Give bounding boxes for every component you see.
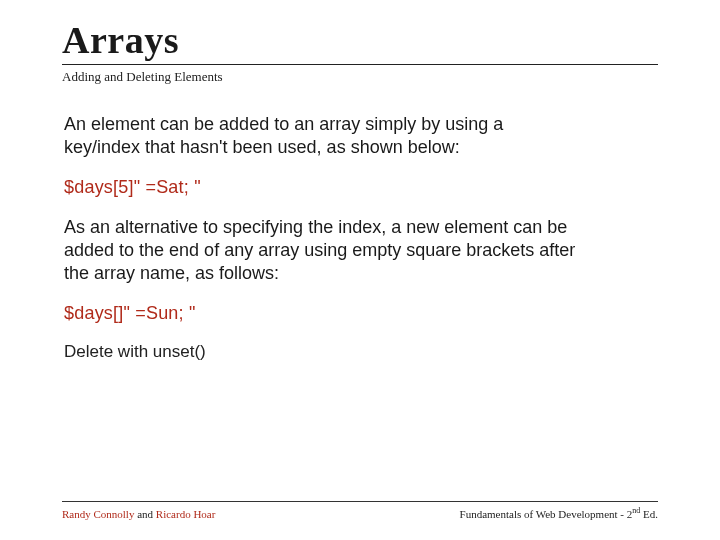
- slide: Arrays Adding and Deleting Elements An e…: [0, 0, 720, 540]
- subtitle: Adding and Deleting Elements: [62, 69, 658, 85]
- footer-authors: Randy Connolly and Ricardo Hoar: [62, 508, 215, 520]
- code-line-1: $days[5]" =Sat; ": [64, 177, 658, 198]
- book-suffix: Ed.: [640, 508, 658, 520]
- book-prefix: Fundamentals of Web Development - 2: [460, 508, 633, 520]
- author-2: Ricardo Hoar: [156, 508, 216, 520]
- footer-book: Fundamentals of Web Development - 2nd Ed…: [460, 506, 658, 520]
- footer-rule: [62, 501, 658, 502]
- footer-row: Randy Connolly and Ricardo Hoar Fundamen…: [62, 506, 658, 520]
- author-1: Randy Connolly: [62, 508, 134, 520]
- footer: Randy Connolly and Ricardo Hoar Fundamen…: [62, 501, 658, 520]
- paragraph-1: An element can be added to an array simp…: [64, 113, 584, 159]
- page-title: Arrays: [62, 18, 658, 62]
- code-line-2: $days[]" =Sun; ": [64, 303, 658, 324]
- delete-line: Delete with unset(): [64, 342, 658, 362]
- paragraph-2: As an alternative to specifying the inde…: [64, 216, 584, 285]
- title-rule: [62, 64, 658, 65]
- author-and: and: [134, 508, 155, 520]
